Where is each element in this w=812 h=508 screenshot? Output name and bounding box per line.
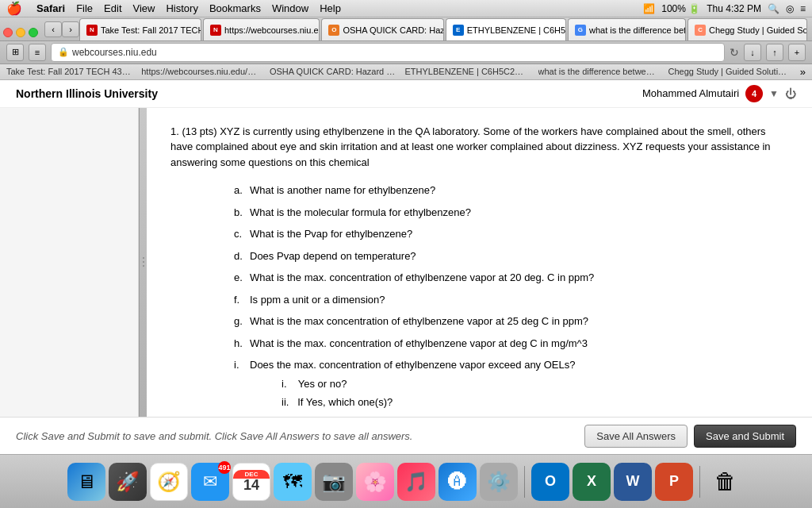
save-all-answers-button[interactable]: Save All Answers <box>584 425 688 448</box>
question-1: 1. (13 pts) XYZ is currently using ethyl… <box>170 124 788 417</box>
minimize-button[interactable] <box>16 28 25 37</box>
browser-content: 1. (13 pts) XYZ is currently using ethyl… <box>0 108 812 417</box>
tab-3-label: OSHA QUICK CARD: Hazard C... <box>343 25 443 35</box>
question-1-text: XYZ is currently using ethylbenzene in t… <box>170 125 771 168</box>
bookmark-2[interactable]: https://webcourses.niu.edu/bb... <box>141 67 260 76</box>
wifi-icon[interactable]: 📶 <box>643 3 655 14</box>
sub-q-f: f. Is ppm a unit or a dimension? <box>234 292 788 308</box>
add-bookmark[interactable]: » <box>800 66 806 78</box>
question-1-intro: 1. (13 pts) XYZ is currently using ethyl… <box>170 124 788 171</box>
dock-divider <box>524 466 525 498</box>
share-icon[interactable]: ≡ <box>29 44 46 61</box>
url-input[interactable]: 🔒 webcourses.niu.edu <box>51 43 725 62</box>
dock-settings[interactable]: ⚙️ <box>480 463 518 501</box>
bookmark-3[interactable]: OSHA QUICK CARD: Hazard C... <box>270 67 396 76</box>
search-icon[interactable]: 🔍 <box>768 3 779 14</box>
dock-mail[interactable]: ✉ 491 <box>191 463 229 501</box>
dock-appstore[interactable]: 🅐 <box>439 463 477 501</box>
dock-launchpad[interactable]: 🚀 <box>109 463 147 501</box>
forward-button[interactable]: › <box>62 21 79 37</box>
dock-maps[interactable]: 🗺 <box>274 463 312 501</box>
menu-view[interactable]: View <box>133 2 155 14</box>
tab-1[interactable]: N Take Test: Fall 2017 TECH 437/... <box>79 18 201 40</box>
new-tab-button[interactable]: + <box>788 44 806 61</box>
niu-header: Northern Illinois University Mohammed Al… <box>0 80 812 108</box>
back-button[interactable]: ‹ <box>44 21 62 37</box>
sub-q-i: i. Does the max. concentration of ethylb… <box>234 357 788 414</box>
tab-4[interactable]: E ETHYLBENZENE | C6H5C2H5... <box>446 18 566 40</box>
dock-photos-1[interactable]: 📷 <box>315 463 353 501</box>
sub-q-d: d. Does Pvap depend on temperature? <box>234 248 788 264</box>
mail-badge: 491 <box>218 461 231 474</box>
tab-6[interactable]: C Chegg Study | Guided Solution... <box>688 18 807 40</box>
bookmark-5[interactable]: what is the difference between... <box>538 67 659 76</box>
dock-divider-2 <box>699 466 700 498</box>
menu-safari[interactable]: Safari <box>36 2 65 14</box>
dock-safari[interactable]: 🧭 <box>150 463 188 501</box>
tab-1-label: Take Test: Fall 2017 TECH 437/... <box>101 25 201 35</box>
dock-calendar[interactable]: DEC 14 <box>232 463 270 501</box>
download-icon[interactable]: ↓ <box>744 44 761 61</box>
share-button[interactable]: ↑ <box>766 44 783 61</box>
sub-q-h: h. What is the max. concentration of eth… <box>234 336 788 352</box>
bookmark-1[interactable]: Take Test: Fall 2017 TECH 437/... <box>6 67 132 76</box>
battery-icon: 100% 🔋 <box>661 3 700 14</box>
username: Mohammed Almutairi <box>642 87 739 99</box>
question-1-number: 1. <box>170 125 182 137</box>
dock-outlook[interactable]: O <box>531 463 569 501</box>
lock-icon: 🔒 <box>58 47 69 57</box>
dock: 🖥 🚀 🧭 ✉ 491 DEC 14 🗺 📷 🌸 🎵 🅐 <box>0 454 812 508</box>
dock-powerpoint[interactable]: P <box>655 463 693 501</box>
bottom-bar: Click Save and Submit to save and submit… <box>0 417 812 454</box>
tab-2-label: https://webcourses.niu.edu/bb... <box>224 25 320 35</box>
browser-window: ‹ › N Take Test: Fall 2017 TECH 437/... … <box>0 17 812 454</box>
dock-music[interactable]: 🎵 <box>397 463 435 501</box>
tab-bar: ‹ › N Take Test: Fall 2017 TECH 437/... … <box>0 17 812 41</box>
sub-q-g: g. What is the max concentration of ethy… <box>234 314 788 329</box>
maximize-button[interactable] <box>29 28 38 37</box>
bookmarks-bar: Take Test: Fall 2017 TECH 437/... https:… <box>0 64 812 80</box>
tab-5-label: what is the difference between... <box>589 25 686 35</box>
tab-3[interactable]: O OSHA QUICK CARD: Hazard C... <box>321 18 443 40</box>
sub-q-e: e. What is the max. concentration of eth… <box>234 270 788 286</box>
sidebar-toggle[interactable]: ⊞ <box>6 44 24 61</box>
save-and-submit-button[interactable]: Save and Submit <box>694 425 796 448</box>
menu-bar: 🍎 Safari File Edit View History Bookmark… <box>0 0 812 17</box>
dock-word[interactable]: W <box>614 463 652 501</box>
tab-2[interactable]: N https://webcourses.niu.edu/bb... <box>203 18 320 40</box>
menu-file[interactable]: File <box>76 2 93 14</box>
tab-5[interactable]: G what is the difference between... <box>568 18 686 40</box>
bookmark-6[interactable]: Chegg Study | Guided Solution... <box>668 67 790 76</box>
main-wrapper: 🍎 Safari File Edit View History Bookmark… <box>0 0 812 508</box>
course-sidebar <box>0 108 139 417</box>
dock-photos-2[interactable]: 🌸 <box>356 463 394 501</box>
sub-q-c: c. What is the Pvap for ethylbenzene? <box>234 226 788 242</box>
dock-finder[interactable]: 🖥 <box>67 463 105 501</box>
resize-handle[interactable] <box>139 108 147 417</box>
user-badge: 4 <box>745 85 763 102</box>
dock-excel[interactable]: X <box>573 463 611 501</box>
menu-help[interactable]: Help <box>320 2 341 14</box>
sub-sub-ii: ii. If Yes, which one(s)? <box>282 394 788 410</box>
menu-history[interactable]: History <box>166 2 197 14</box>
notification-icon[interactable]: ≡ <box>800 3 806 14</box>
bottom-buttons: Save All Answers Save and Submit <box>584 425 796 448</box>
bottom-instructions: Click Save and Submit to save and submit… <box>16 430 412 442</box>
address-bar: ⊞ ≡ 🔒 webcourses.niu.edu ↻ ↓ ↑ + <box>0 41 812 64</box>
bookmark-4[interactable]: ETHYLBENZENE | C6H5C2H5... <box>405 67 529 76</box>
apple-menu[interactable]: 🍎 <box>6 1 22 16</box>
siri-icon[interactable]: ◎ <box>786 3 794 14</box>
menu-edit[interactable]: Edit <box>104 2 121 14</box>
tab-list: N Take Test: Fall 2017 TECH 437/... N ht… <box>79 18 809 40</box>
tab-6-label: Chegg Study | Guided Solution... <box>709 25 807 35</box>
sub-q-b: b. What is the molecular formula for eth… <box>234 205 788 221</box>
close-button[interactable] <box>3 28 13 37</box>
menu-window[interactable]: Window <box>272 2 308 14</box>
clock: Thu 4:32 PM <box>707 3 761 14</box>
menu-bookmarks[interactable]: Bookmarks <box>209 2 261 14</box>
power-button[interactable]: ⏻ <box>785 87 796 100</box>
tab-4-label: ETHYLBENZENE | C6H5C2H5... <box>467 25 566 35</box>
sub-sub-i: i. Yes or no? <box>282 376 788 392</box>
dock-trash[interactable]: 🗑 <box>707 463 745 501</box>
reload-button[interactable]: ↻ <box>730 46 739 59</box>
